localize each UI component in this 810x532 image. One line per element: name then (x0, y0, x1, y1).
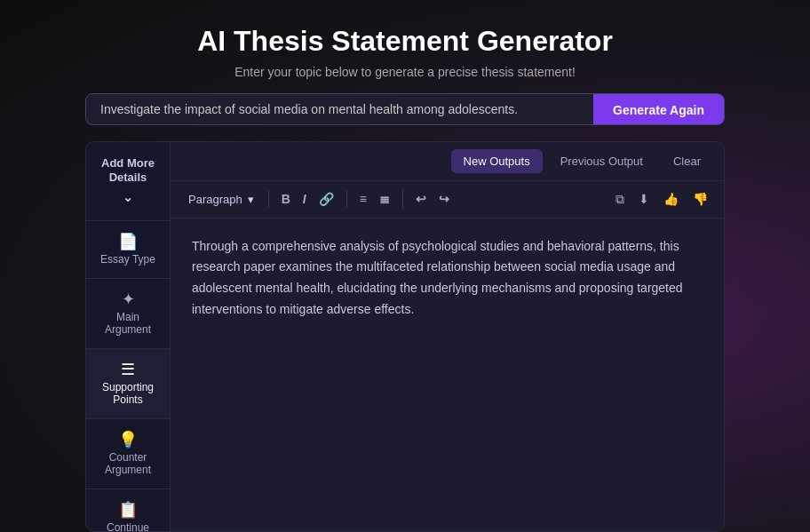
thumbs-down-button[interactable]: 👎 (687, 188, 713, 210)
link-button[interactable]: 🔗 (314, 189, 339, 209)
toolbar-divider-2 (346, 190, 347, 208)
bold-button[interactable]: B (276, 189, 296, 209)
sidebar-item-counter-argument-label: Counter Argument (93, 451, 163, 476)
page-header: AI Thesis Statement Generator Enter your… (179, 0, 631, 93)
download-button[interactable]: ⬇ (633, 188, 655, 210)
topic-input[interactable] (86, 94, 593, 124)
copy-button[interactable]: ⧉ (610, 188, 630, 210)
add-more-label: Add More Details (93, 156, 163, 187)
italic-button[interactable]: I (298, 189, 312, 209)
toolbar-divider-1 (268, 190, 269, 208)
counter-argument-icon: 💡 (118, 432, 138, 448)
paragraph-label: Paragraph (188, 193, 242, 206)
paragraph-select[interactable]: Paragraph ▾ (181, 189, 261, 210)
generate-button[interactable]: Generate Again (593, 94, 724, 124)
sidebar-item-main-argument-label: Main Argument (93, 311, 163, 336)
sidebar-item-main-argument[interactable]: ✦ Main Argument (86, 279, 170, 349)
page-title: AI Thesis Statement Generator (197, 25, 613, 58)
main-area: Add More Details ⌄ 📄 Essay Type ✦ Main A… (85, 141, 725, 532)
supporting-points-icon: ☰ (121, 361, 135, 377)
previous-output-tab[interactable]: Previous Output (548, 149, 655, 173)
undo-button[interactable]: ↩ (410, 189, 432, 209)
sidebar-item-continue-writing[interactable]: 📋 Continue Writing (86, 489, 170, 532)
sidebar-item-counter-argument[interactable]: 💡 Counter Argument (86, 419, 170, 489)
search-bar: Generate Again (85, 93, 725, 125)
output-toolbar: New Outputs Previous Output Clear (171, 142, 724, 181)
content-area: New Outputs Previous Output Clear Paragr… (171, 142, 724, 531)
toolbar-right-actions: ⧉ ⬇ 👍 👎 (610, 188, 713, 210)
chevron-down-icon: ⌄ (123, 189, 133, 205)
thumbs-up-button[interactable]: 👍 (658, 188, 684, 210)
sidebar-item-add-more[interactable]: Add More Details ⌄ (86, 142, 170, 221)
bullet-list-button[interactable]: ≡ (354, 189, 372, 209)
numbered-list-button[interactable]: ≣ (374, 189, 395, 209)
main-argument-icon: ✦ (122, 291, 135, 307)
essay-type-icon: 📄 (118, 234, 138, 250)
sidebar-item-continue-writing-label: Continue Writing (93, 521, 163, 532)
sidebar-item-supporting-points[interactable]: ☰ Supporting Points (86, 349, 170, 419)
new-outputs-tab[interactable]: New Outputs (451, 149, 543, 173)
continue-writing-icon: 📋 (118, 502, 138, 518)
sidebar-item-supporting-points-label: Supporting Points (93, 381, 163, 406)
page-subtitle: Enter your topic below to generate a pre… (197, 65, 613, 79)
dropdown-chevron-icon: ▾ (248, 193, 254, 206)
sidebar-item-essay-type[interactable]: 📄 Essay Type (86, 221, 170, 279)
sidebar-item-essay-type-label: Essay Type (100, 253, 155, 266)
sidebar: Add More Details ⌄ 📄 Essay Type ✦ Main A… (86, 142, 171, 531)
clear-button[interactable]: Clear (661, 149, 713, 173)
generated-text: Through a comprehensive analysis of psyc… (192, 236, 703, 321)
editor-toolbar: Paragraph ▾ B I 🔗 ≡ ≣ ↩ ↪ ⧉ ⬇ 👍 👎 (171, 181, 724, 218)
editor-content[interactable]: Through a comprehensive analysis of psyc… (171, 218, 724, 531)
redo-button[interactable]: ↪ (433, 189, 455, 209)
toolbar-divider-3 (402, 190, 403, 208)
